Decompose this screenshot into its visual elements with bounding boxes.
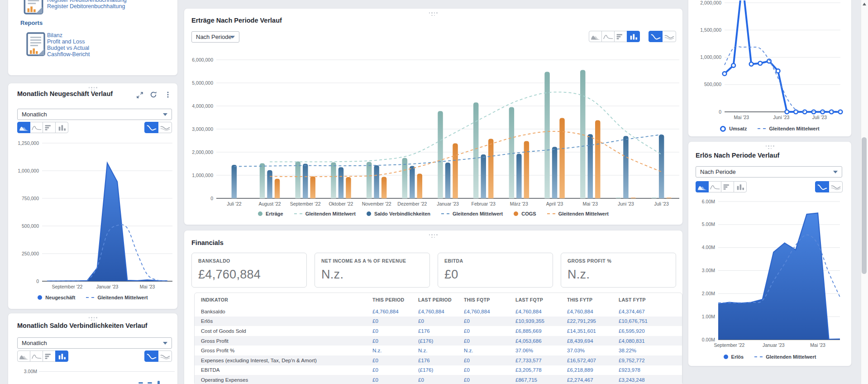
value-link[interactable]: £0	[372, 328, 418, 334]
toggle-hbar-chart[interactable]	[721, 181, 734, 192]
value-link[interactable]: £4,760,884	[418, 309, 464, 314]
legend-item[interactable]: Neugeschäft	[38, 295, 75, 300]
value-link[interactable]: N.z.	[418, 348, 464, 353]
value-link[interactable]: £16,572,407	[567, 358, 619, 363]
period-dropdown[interactable]: Nach Periode	[191, 31, 239, 43]
toggle-area-chart[interactable]	[589, 31, 602, 42]
value-link[interactable]: 38.22%	[619, 348, 682, 353]
value-link[interactable]: £4,760,884	[567, 309, 619, 314]
value-link[interactable]: £0	[372, 367, 418, 373]
value-link[interactable]: £867,715	[515, 377, 567, 383]
value-link[interactable]: £10,939,355	[515, 318, 567, 324]
legend-item[interactable]: Gleitenden Mittelwert	[547, 211, 609, 216]
value-link[interactable]: £14,351,601	[567, 328, 619, 334]
value-link[interactable]: £0	[372, 377, 418, 383]
value-link[interactable]: £8,439,694	[567, 338, 619, 344]
legend-item[interactable]: Umsatz	[720, 126, 747, 132]
legend-item[interactable]: Gleitenden Mittelwert	[758, 126, 819, 131]
value-link[interactable]: N.z.	[464, 348, 515, 353]
value-link[interactable]: £3,243,248	[619, 377, 682, 383]
scroll-up-arrow-icon[interactable]	[863, 3, 866, 5]
value-link[interactable]: £6,595,920	[619, 328, 682, 334]
value-link[interactable]: £6,885,669	[515, 328, 567, 334]
toggle-vbar-chart[interactable]	[734, 181, 747, 192]
sidebar-link[interactable]: Bilanz	[47, 32, 90, 38]
toggle-trend-on[interactable]	[815, 181, 829, 192]
toggle-area-chart[interactable]	[17, 350, 30, 362]
toggle-vbar-chart[interactable]	[55, 122, 68, 133]
value-link[interactable]: £0	[372, 358, 418, 363]
toggle-line-chart[interactable]	[30, 350, 43, 362]
value-link[interactable]: £0	[464, 367, 515, 373]
value-link[interactable]: £0	[464, 328, 515, 334]
value-link[interactable]: £923,978	[619, 367, 682, 373]
value-link[interactable]: £0	[464, 318, 515, 324]
toggle-trend-off[interactable]	[662, 31, 676, 42]
toggle-trend-on[interactable]	[144, 350, 158, 362]
value-link[interactable]: £22,791,295	[567, 318, 619, 324]
toggle-line-chart[interactable]	[30, 122, 43, 133]
legend-item[interactable]: Gleitenden Mittelwert	[754, 354, 816, 360]
legend-item[interactable]: Gleitenden Mittelwert	[294, 211, 356, 216]
toggle-trend-off[interactable]	[158, 122, 172, 133]
toggle-line-chart[interactable]	[601, 31, 615, 42]
legend-item[interactable]: Saldo Verbindlichkeiten	[367, 211, 430, 216]
ertraege-chart[interactable]: 01,000,0002,000,0003,000,0004,000,0005,0…	[184, 46, 682, 214]
erloes-chart[interactable]: 0.00M1.00M2.00M3.00M4.00M5.00M6.00MSepte…	[688, 195, 851, 349]
toggle-hbar-chart[interactable]	[43, 350, 56, 362]
sidebar-link[interactable]: Cashflow-Bericht	[47, 51, 90, 58]
value-link[interactable]: £9,752,772	[619, 358, 682, 363]
value-link[interactable]: £10,676,751	[619, 318, 682, 324]
legend-item[interactable]: Erlös	[724, 354, 744, 360]
toggle-line-chart[interactable]	[708, 181, 721, 192]
value-link[interactable]: £4,760,884	[464, 309, 515, 314]
sidebar-link[interactable]: Budget vs Actual	[47, 45, 90, 51]
period-dropdown[interactable]: Monatlich	[17, 109, 172, 120]
drag-handle-icon[interactable]	[764, 145, 775, 149]
value-link[interactable]: 37.03%	[567, 348, 619, 353]
value-link[interactable]: £3,205,778	[515, 367, 567, 373]
legend-item[interactable]: Erträge	[258, 211, 283, 216]
toggle-vbar-chart[interactable]	[627, 31, 640, 42]
value-link[interactable]: £6,218,889	[567, 367, 619, 373]
toggle-trend-off[interactable]	[158, 350, 172, 362]
drag-handle-icon[interactable]	[428, 12, 439, 16]
value-link[interactable]: (£176)	[418, 338, 464, 344]
period-dropdown[interactable]: Monatlich	[17, 337, 172, 349]
value-link[interactable]: 37.06%	[515, 348, 567, 353]
value-link[interactable]: £0	[418, 318, 464, 324]
toggle-area-chart[interactable]	[696, 181, 709, 192]
value-link[interactable]: £176	[418, 358, 464, 363]
expand-icon[interactable]	[136, 91, 143, 99]
legend-item[interactable]: COGS	[514, 211, 536, 216]
neugeschaeft-chart[interactable]: 0250,000500,000750,0001,000,0001,250,000…	[8, 134, 177, 297]
legend-item[interactable]: Gleitenden Mittelwert	[441, 211, 503, 216]
value-link[interactable]: £4,053,686	[515, 338, 567, 344]
toggle-vbar-chart[interactable]	[55, 350, 68, 362]
umsatz-chart[interactable]: 0500,0001,000,0001,500,0002,000,000Mai '…	[688, 0, 851, 121]
scrollbar-thumb[interactable]	[862, 137, 867, 274]
value-link[interactable]: £0	[464, 338, 515, 344]
toggle-trend-on[interactable]	[649, 31, 663, 42]
legend-item[interactable]: Gleitenden Mittelwert	[86, 295, 148, 300]
value-link[interactable]: (£176)	[418, 367, 464, 373]
toggle-area-chart[interactable]	[17, 122, 30, 133]
value-link[interactable]: £4,760,884	[372, 309, 418, 314]
sidebar-link[interactable]: Register Kreditorenbuchhaltung	[47, 0, 127, 3]
value-link[interactable]: £0	[418, 377, 464, 383]
refresh-icon[interactable]	[150, 91, 157, 98]
drag-handle-icon[interactable]	[87, 317, 98, 321]
value-link[interactable]: £0	[464, 358, 515, 363]
value-link[interactable]: £0	[464, 377, 515, 383]
drag-handle-icon[interactable]	[428, 234, 439, 238]
value-link[interactable]: £0	[372, 318, 418, 324]
value-link[interactable]: £176	[418, 328, 464, 334]
toggle-hbar-chart[interactable]	[43, 122, 56, 133]
value-link[interactable]: £2,274,467	[567, 377, 619, 383]
toggle-hbar-chart[interactable]	[614, 31, 627, 42]
value-link[interactable]: £4,374,467	[619, 309, 682, 314]
value-link[interactable]: £4,760,884	[515, 309, 567, 314]
period-dropdown[interactable]: Nach Periode	[696, 166, 842, 178]
sidebar-link[interactable]: Profit and Loss	[47, 38, 90, 45]
sidebar-link[interactable]: Register Debitorenbuchhaltung	[47, 3, 127, 10]
